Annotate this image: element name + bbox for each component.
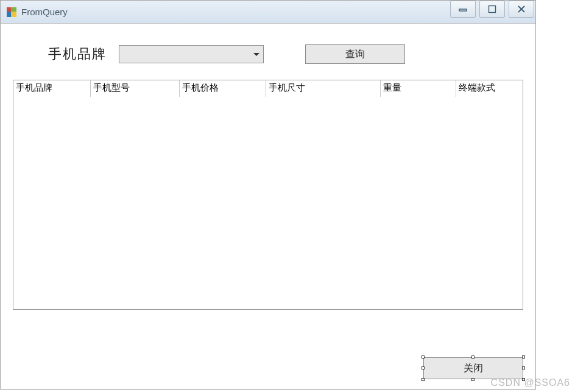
brand-combobox[interactable] bbox=[119, 45, 264, 63]
column-header[interactable]: 手机尺寸 bbox=[266, 80, 381, 97]
data-grid[interactable]: 手机品牌手机型号手机价格手机尺寸重量终端款式 bbox=[13, 80, 523, 310]
query-row: 手机品牌 查询 bbox=[1, 24, 535, 80]
search-button-label: 查询 bbox=[345, 48, 365, 61]
selection-handle-icon[interactable] bbox=[471, 378, 474, 381]
selection-handle-icon[interactable] bbox=[471, 355, 474, 359]
app-icon bbox=[7, 7, 16, 17]
svg-rect-0 bbox=[459, 9, 467, 11]
titlebar[interactable]: FromQuery bbox=[1, 1, 535, 24]
maximize-icon bbox=[488, 5, 496, 13]
window-frame: FromQuery 手机品牌 bbox=[0, 0, 536, 390]
column-header[interactable]: 手机价格 bbox=[180, 80, 266, 97]
maximize-button[interactable] bbox=[479, 1, 505, 18]
svg-rect-1 bbox=[489, 6, 496, 13]
close-button-wrapper: 关闭 bbox=[423, 357, 523, 379]
column-header[interactable]: 重量 bbox=[381, 80, 456, 97]
minimize-icon bbox=[459, 5, 467, 13]
selection-handle-icon[interactable] bbox=[522, 355, 525, 359]
column-header[interactable]: 终端款式 bbox=[456, 80, 522, 97]
selection-handle-icon[interactable] bbox=[522, 378, 525, 381]
brand-label: 手机品牌 bbox=[48, 45, 107, 63]
selection-handle-icon[interactable] bbox=[422, 355, 425, 359]
column-header[interactable]: 手机型号 bbox=[91, 80, 180, 97]
close-icon bbox=[517, 5, 526, 13]
selection-handle-icon[interactable] bbox=[422, 366, 425, 369]
close-window-button[interactable] bbox=[509, 1, 534, 18]
content-area: 手机品牌 查询 手机品牌手机型号手机价格手机尺寸重量终端款式 关闭 bbox=[1, 24, 535, 389]
minimize-button[interactable] bbox=[450, 1, 476, 18]
column-header[interactable]: 手机品牌 bbox=[13, 80, 91, 97]
window-controls bbox=[448, 1, 535, 19]
search-button[interactable]: 查询 bbox=[305, 44, 405, 64]
close-button-label: 关闭 bbox=[464, 362, 483, 375]
window-title: FromQuery bbox=[21, 7, 68, 17]
selection-handle-icon[interactable] bbox=[522, 366, 525, 369]
close-button[interactable]: 关闭 bbox=[423, 357, 523, 379]
chevron-down-icon bbox=[253, 53, 259, 56]
table-header: 手机品牌手机型号手机价格手机尺寸重量终端款式 bbox=[13, 80, 523, 97]
selection-handle-icon[interactable] bbox=[422, 378, 425, 381]
